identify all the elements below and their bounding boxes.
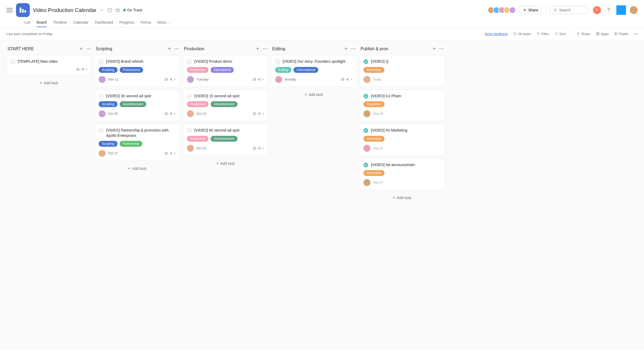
task-card[interactable]: [VIDEO] 60 second ad spotProductionAdver… [183, 124, 268, 156]
assignee-avatar[interactable] [363, 76, 370, 83]
filter-button[interactable]: Filter [536, 32, 549, 36]
column-more-icon[interactable] [440, 46, 444, 52]
share-button[interactable]: Share [520, 6, 542, 14]
task-card[interactable]: [VIDEO] Our story: Founders spotlightEdi… [271, 55, 356, 87]
add-task-button[interactable]: +Add task [271, 90, 356, 100]
tag[interactable]: Production [187, 101, 208, 107]
add-task-button[interactable]: +Add task [95, 163, 180, 174]
complete-check[interactable] [99, 59, 103, 64]
task-card[interactable]: [VIDEO] 30 second ad spotScriptingAdvert… [95, 90, 180, 121]
tag[interactable]: Advertisement [211, 101, 237, 107]
assignee-avatar[interactable] [99, 110, 106, 117]
complete-check[interactable] [10, 59, 15, 64]
complete-check[interactable] [187, 94, 192, 99]
info-icon[interactable] [107, 7, 112, 13]
column-title[interactable]: START HERE [7, 47, 34, 51]
add-task-button[interactable]: +Add task [359, 193, 445, 203]
tag[interactable]: Promotion [363, 170, 384, 176]
complete-check[interactable] [363, 94, 368, 99]
tab-more[interactable]: More… [158, 18, 170, 27]
apps-button[interactable]: Apps [596, 32, 609, 36]
complete-check[interactable] [363, 163, 368, 167]
add-card-icon[interactable]: + [168, 46, 171, 52]
assignee-avatar[interactable] [99, 76, 106, 83]
add-card-icon[interactable]: + [256, 46, 259, 52]
tag[interactable]: Informational [294, 67, 318, 73]
assignee-avatar[interactable] [363, 145, 370, 152]
task-card[interactable]: [VIDEO] Fe MarketingPromotionSep 23 [359, 124, 445, 156]
column-title[interactable]: Editing [272, 47, 285, 51]
tag[interactable]: Promotional [120, 67, 143, 73]
complete-check[interactable] [275, 59, 280, 64]
complete-check[interactable] [99, 128, 103, 133]
member-avatar[interactable] [509, 7, 516, 14]
add-card-icon[interactable]: + [344, 46, 348, 52]
tab-dashboard[interactable]: Dashboard [95, 18, 113, 27]
tag[interactable]: Promotion [363, 101, 384, 107]
user-avatar[interactable] [630, 6, 638, 14]
add-button[interactable]: + [593, 6, 601, 14]
hamburger-menu-icon[interactable] [6, 7, 13, 13]
column-more-icon[interactable] [175, 46, 179, 52]
tag[interactable]: Editing [275, 67, 291, 73]
task-card[interactable]: [VIDEO] Ne announcemenPromotionSep 17 [359, 158, 445, 190]
tag[interactable]: Scripting [99, 67, 118, 73]
assignee-avatar[interactable] [275, 76, 282, 83]
column-more-icon[interactable] [351, 46, 355, 52]
task-card[interactable]: [VIDEO] Partnership & promotion with Apo… [95, 124, 180, 161]
assignee-avatar[interactable] [187, 110, 194, 117]
complete-check[interactable] [363, 128, 368, 133]
upgrade-tile[interactable] [616, 5, 626, 15]
tag[interactable]: Promotion [363, 67, 384, 73]
tab-timeline[interactable]: Timeline [53, 18, 67, 27]
column-more-icon[interactable] [263, 46, 267, 52]
tab-forms[interactable]: Forms [141, 18, 151, 27]
project-title[interactable]: Video Production Calendar [33, 7, 97, 13]
tag[interactable]: Production [187, 136, 208, 142]
task-card[interactable]: [VIDEO] QPromotionToday [359, 55, 445, 87]
add-card-icon[interactable]: + [433, 46, 436, 52]
assignee-avatar[interactable] [99, 150, 106, 157]
fields-button[interactable]: Fields [614, 32, 628, 36]
task-card[interactable]: [TEMPLATE] New video16 [6, 55, 91, 75]
assignee-avatar[interactable] [363, 179, 370, 186]
assignee-avatar[interactable] [187, 145, 194, 152]
tag[interactable]: Partnership [120, 141, 142, 147]
help-button[interactable]: ? [605, 6, 613, 14]
star-icon[interactable] [115, 7, 120, 13]
status-badge[interactable]: On Track [123, 8, 143, 12]
task-card[interactable]: [VIDEO] Co PhamPromotionSep 29 [359, 90, 445, 121]
column-title[interactable]: Publish & pron [361, 47, 388, 51]
column-more-icon[interactable] [86, 46, 90, 52]
add-card-icon[interactable]: + [80, 46, 83, 52]
more-button[interactable] [634, 33, 638, 34]
search-input[interactable] [549, 6, 589, 14]
search-field[interactable] [559, 8, 585, 12]
tag[interactable]: Scripting [99, 141, 118, 147]
all-tasks-button[interactable]: All tasks [513, 32, 531, 36]
rules-button[interactable]: Rules [576, 32, 590, 36]
add-task-button[interactable]: +Add task [183, 158, 268, 168]
complete-check[interactable] [187, 59, 192, 64]
add-task-button[interactable]: +Add task [6, 78, 91, 88]
complete-check[interactable] [187, 128, 192, 133]
sort-button[interactable]: Sort [554, 32, 566, 36]
chevron-down-icon[interactable] [99, 7, 104, 13]
complete-check[interactable] [99, 94, 103, 99]
tag[interactable]: Educational [211, 67, 234, 73]
column-title[interactable]: Production [184, 47, 204, 51]
feedback-link[interactable]: Send feedback [485, 32, 508, 36]
complete-check[interactable] [363, 59, 368, 64]
tab-board[interactable]: Board [37, 18, 47, 27]
assignee-avatar[interactable] [187, 76, 194, 83]
tab-calendar[interactable]: Calendar [73, 18, 89, 27]
member-avatars[interactable] [488, 7, 516, 14]
task-card[interactable]: [VIDEO] Product demoProductionEducationa… [183, 55, 268, 87]
task-card[interactable]: [VIDEO] 15 second ad spotProductionAdver… [183, 90, 268, 121]
task-card[interactable]: [VIDEO] Brand refreshScriptingPromotiona… [95, 55, 180, 87]
tag[interactable]: Production [187, 67, 208, 73]
assignee-avatar[interactable] [363, 110, 370, 117]
tag[interactable]: Promotion [363, 136, 384, 142]
tab-progress[interactable]: Progress [119, 18, 134, 27]
tag[interactable]: Advertisement [211, 136, 237, 142]
